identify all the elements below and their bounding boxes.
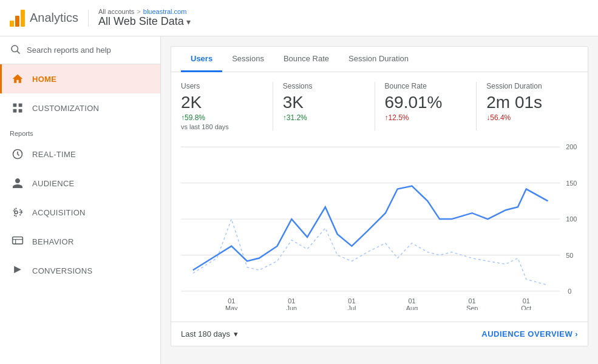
stat-bounce-label: Bounce Rate (385, 82, 467, 90)
breadcrumb: All accounts > blueastral.com (98, 8, 191, 15)
search-icon (10, 44, 21, 56)
svg-text:100: 100 (566, 215, 577, 223)
main-layout: Search reports and help HOME CUSTOMIZ (0, 36, 598, 364)
view-selector-label: All Web Site Data (98, 15, 184, 28)
svg-text:May: May (225, 305, 238, 310)
breadcrumb-part1: All accounts (98, 8, 134, 15)
chart-footer: Last 180 days ▾ AUDIENCE OVERVIEW › (171, 322, 588, 346)
sidebar-item-realtime[interactable]: REAL-TIME (0, 140, 160, 169)
sidebar-item-home-label: HOME (32, 75, 56, 84)
sidebar-item-conversions[interactable]: CONVERSIONS (0, 256, 160, 285)
svg-text:200: 200 (566, 143, 577, 150)
person-icon (12, 177, 24, 189)
clock-icon (12, 148, 24, 160)
dropdown-arrow-icon: ▾ (186, 17, 191, 27)
sidebar-item-realtime-label: REAL-TIME (32, 150, 76, 159)
sidebar-item-customization-label: CUSTOMIZATION (32, 104, 99, 113)
tab-sessions[interactable]: Sessions (222, 47, 274, 72)
svg-text:Jun: Jun (287, 305, 297, 310)
sidebar-item-behavior[interactable]: BEHAVIOR (0, 227, 160, 256)
svg-point-7 (15, 211, 18, 214)
breadcrumb-part2: blueastral.com (143, 8, 187, 15)
svg-line-1 (17, 51, 19, 53)
sidebar-item-conversions-label: CONVERSIONS (32, 266, 92, 275)
logo-icon (10, 10, 25, 27)
tab-users[interactable]: Users (181, 47, 222, 72)
line-chart: 200 150 100 50 0 01 May 01 Jun 01 Jul 01… (181, 140, 578, 310)
app-header: Analytics All accounts > blueastral.com … (0, 0, 598, 36)
sidebar-item-audience[interactable]: AUDIENCE (0, 169, 160, 198)
stats-row: Users 2K ↑59.8% vs last 180 days Session… (171, 72, 588, 135)
svg-text:0: 0 (568, 288, 571, 295)
stat-users-vs: vs last 180 days (181, 123, 263, 130)
stat-bounce-rate: Bounce Rate 69.01% ↑12.5% (375, 82, 477, 130)
flag-icon (12, 265, 24, 277)
date-range-label: Last 180 days (181, 329, 230, 339)
reports-section-label: Reports (0, 123, 160, 140)
sidebar-item-behavior-label: BEHAVIOR (32, 237, 74, 246)
svg-text:01: 01 (469, 297, 476, 305)
svg-text:Jul: Jul (347, 305, 356, 310)
sidebar-item-acquisition[interactable]: ACQUISITION (0, 198, 160, 227)
behavior-icon (12, 235, 24, 248)
svg-text:01: 01 (408, 297, 415, 305)
stat-duration-label: Session Duration (486, 82, 568, 90)
sidebar-item-home[interactable]: HOME (0, 64, 160, 93)
main-content: Users Sessions Bounce Rate Session Durat… (161, 36, 598, 364)
stat-users-change: ↑59.8% (181, 113, 263, 122)
stat-users-label: Users (181, 82, 263, 90)
svg-rect-5 (19, 109, 22, 113)
stat-bounce-change: ↑12.5% (385, 113, 467, 122)
metric-tabs: Users Sessions Bounce Rate Session Durat… (171, 47, 588, 72)
sidebar-item-audience-label: AUDIENCE (32, 179, 75, 188)
stat-sessions-value: 3K (283, 93, 365, 112)
audience-overview-link[interactable]: AUDIENCE OVERVIEW › (481, 329, 578, 339)
svg-text:Aug: Aug (406, 305, 418, 310)
svg-rect-2 (13, 104, 17, 107)
customization-icon (12, 102, 24, 114)
svg-text:01: 01 (348, 297, 355, 305)
svg-point-0 (12, 46, 18, 52)
stat-sessions-label: Sessions (283, 82, 365, 90)
stat-sessions-change: ↑31.2% (283, 113, 365, 122)
search-bar[interactable]: Search reports and help (0, 36, 160, 64)
svg-rect-8 (13, 237, 23, 244)
home-icon (12, 73, 24, 85)
tab-session-duration[interactable]: Session Duration (339, 47, 418, 72)
stat-sessions: Sessions 3K ↑31.2% (273, 82, 375, 130)
tab-bounce-rate[interactable]: Bounce Rate (274, 47, 339, 72)
acquisition-icon (12, 206, 24, 218)
breadcrumb-sep: > (137, 8, 140, 15)
svg-text:01: 01 (523, 297, 530, 305)
svg-text:01: 01 (288, 297, 295, 305)
sidebar-item-customization[interactable]: CUSTOMIZATION (0, 93, 160, 123)
svg-rect-4 (13, 109, 17, 113)
svg-text:Oct: Oct (521, 305, 531, 310)
stat-duration-value: 2m 01s (486, 93, 568, 112)
stat-users-value: 2K (181, 93, 263, 112)
date-range-selector[interactable]: Last 180 days ▾ (181, 329, 238, 339)
overview-card: Users Sessions Bounce Rate Session Durat… (171, 46, 588, 346)
chart-area: 200 150 100 50 0 01 May 01 Jun 01 Jul 01… (171, 135, 588, 322)
stat-bounce-value: 69.01% (385, 93, 467, 112)
app-title: Analytics (30, 11, 78, 25)
date-range-dropdown-icon: ▾ (234, 329, 238, 339)
stat-users: Users 2K ↑59.8% vs last 180 days (181, 82, 273, 130)
header-account-info: All accounts > blueastral.com All Web Si… (98, 8, 191, 28)
sidebar: Search reports and help HOME CUSTOMIZ (0, 36, 161, 364)
svg-text:Sep: Sep (466, 305, 478, 310)
sidebar-item-acquisition-label: ACQUISITION (32, 208, 86, 217)
chevron-right-icon: › (575, 329, 578, 339)
stat-duration: Session Duration 2m 01s ↓56.4% (477, 82, 578, 130)
svg-text:150: 150 (566, 180, 577, 187)
svg-text:50: 50 (566, 252, 573, 259)
view-selector-button[interactable]: All Web Site Data ▾ (98, 15, 191, 28)
svg-rect-3 (19, 104, 22, 107)
audience-overview-label: AUDIENCE OVERVIEW (481, 329, 573, 339)
search-placeholder: Search reports and help (27, 46, 111, 55)
logo-area: Analytics (10, 10, 89, 27)
stat-duration-change: ↓56.4% (486, 113, 568, 122)
svg-text:01: 01 (228, 297, 235, 305)
